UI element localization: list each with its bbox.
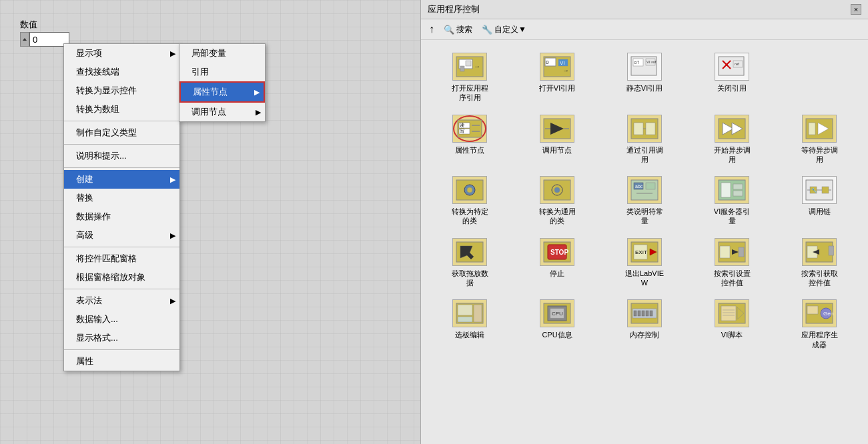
grid-item-vi-server[interactable]: VI服务器引 量 [690, 173, 774, 229]
open-vi-ref-icon: 0 VI → [540, 53, 574, 81]
vi-script-icon [715, 299, 749, 327]
grid-item-static-vi-ref[interactable]: c/f VI ref 静态VI引用 [602, 50, 687, 105]
sep5 [64, 289, 179, 289]
numeric-control: 数值 0 [20, 19, 69, 47]
svg-rect-57 [733, 191, 743, 196]
grid-item-open-app-ref[interactable]: → 打开应用程 序引用 [428, 50, 512, 105]
exit-labview-icon: EXIT [627, 238, 662, 266]
grid-item-drag-drop[interactable]: 获取拖放数 据 [428, 235, 512, 291]
submenu-reference[interactable]: 引用 [179, 63, 265, 81]
menu-description[interactable]: 说明和提示... [64, 147, 179, 165]
grid-item-index-set[interactable]: 按索引设置 控件值 [690, 235, 774, 291]
menu-to-display[interactable]: 转换为显示控件 [64, 81, 179, 100]
submenu-local-var[interactable]: 局部变量 [179, 44, 265, 63]
svg-marker-0 [23, 38, 27, 41]
right-panel: 应用程序控制 × ↑ 🔍 搜索 🔧 自定义▼ → [420, 0, 868, 444]
toolbar-search-button[interactable]: 🔍 搜索 [441, 23, 475, 37]
svg-rect-96 [721, 306, 736, 321]
panel-edit-label: 选板编辑 [455, 330, 484, 339]
grid-item-panel-edit[interactable]: 选板编辑 [428, 297, 512, 352]
static-vi-ref-label: 静态VI引用 [626, 83, 663, 93]
grid-item-wait-async[interactable]: 等待异步调 用 [777, 112, 861, 167]
svg-text:ref: ref [735, 62, 739, 66]
menu-advanced[interactable]: 高级 ▶ [64, 226, 179, 245]
grid-item-cast-generic[interactable]: 转换为通用 的类 [515, 173, 599, 229]
call-chain-label: 调用链 [809, 207, 831, 216]
submenu-invoke-node[interactable]: 调用节点 ▶ [179, 103, 265, 121]
numeric-decrement[interactable] [20, 32, 29, 47]
menu-make-custom[interactable]: 制作自定义类型 [64, 123, 179, 142]
grid-item-vi-script[interactable]: VI脚本 [690, 297, 774, 352]
grid-item-cast-specific[interactable]: 转换为特定 的类 [428, 173, 512, 229]
grid-item-call-by-ref[interactable]: 通过引用调 用 [602, 112, 687, 167]
menu-data-input[interactable]: 数据输入... [64, 310, 179, 329]
grid-item-exit-labview[interactable]: EXIT 退出LabVIE W [602, 235, 687, 291]
memory-ctrl-icon [627, 299, 662, 327]
svg-rect-41 [809, 123, 815, 135]
menu-find-terminal[interactable]: 查找接线端 [64, 63, 179, 81]
svg-rect-75 [739, 247, 744, 257]
menu-data-ops[interactable]: 数据操作 [64, 207, 179, 226]
vi-server-label: VI服务器引 量 [714, 207, 750, 226]
panel-close-button[interactable]: × [851, 4, 861, 15]
svg-point-45 [467, 187, 472, 193]
icon-grid: → 打开应用程 序引用 0 VI → 打开VI引用 [421, 40, 868, 362]
menu-show-items[interactable]: 显示项 ▶ [64, 44, 179, 63]
stop-icon: STOP [540, 238, 574, 266]
invoke-node-icon [540, 115, 574, 143]
svg-rect-82 [458, 317, 472, 322]
search-icon: 🔍 [444, 25, 454, 35]
svg-rect-93 [646, 311, 648, 316]
svg-rect-91 [638, 311, 640, 316]
svg-text:→: → [474, 63, 480, 70]
app-gen-label: 应用程序生 成器 [801, 330, 838, 349]
cpu-info-label: CPU信息 [542, 330, 572, 339]
svg-rect-83 [474, 305, 482, 322]
start-async-icon [715, 115, 749, 143]
menu-representation[interactable]: 表示法 ▶ [64, 291, 179, 310]
submenu-create: 局部变量 引用 属性节点 ▶ 调用节点 ▶ [179, 43, 266, 122]
property-node-label: 属性节点 [455, 145, 484, 155]
class-const-icon: abc [627, 176, 662, 204]
svg-text:VI ref: VI ref [646, 60, 657, 64]
grid-item-invoke-node[interactable]: 调用节点 [515, 112, 599, 167]
vi-script-label: VI脚本 [721, 330, 743, 339]
menu-create[interactable]: 创建 ▶ [64, 170, 179, 189]
svg-text:EXIT: EXIT [635, 249, 647, 255]
grid-item-property-node[interactable]: 读 写 属性节点 [428, 112, 512, 167]
svg-rect-102 [807, 306, 818, 314]
submenu-prop-node[interactable]: 属性节点 ▶ [179, 81, 265, 103]
menu-display-format[interactable]: 显示格式... [64, 329, 179, 347]
stop-label: 停止 [550, 269, 564, 278]
call-chain-icon: 🔧 [802, 176, 837, 204]
panel-toolbar: ↑ 🔍 搜索 🔧 自定义▼ [421, 19, 868, 40]
index-set-label: 按索引设置 控件值 [714, 269, 751, 288]
menu-properties[interactable]: 属性 [64, 352, 179, 371]
grid-item-index-get[interactable]: 按索引获取 控件值 [777, 235, 861, 291]
svg-rect-79 [829, 246, 834, 255]
toolbar-customize-button[interactable]: 🔧 自定义▼ [479, 23, 529, 37]
menu-to-array[interactable]: 转换为数组 [64, 100, 179, 119]
toolbar-back-button[interactable]: ↑ [426, 22, 437, 37]
svg-text:STOP: STOP [550, 249, 568, 256]
svg-rect-34 [634, 123, 643, 135]
panel-title: 应用程序控制 [428, 3, 480, 15]
menu-replace[interactable]: 替换 [64, 189, 179, 207]
index-get-label: 按索引获取 控件值 [801, 269, 838, 288]
grid-item-stop[interactable]: STOP 停止 [515, 235, 599, 291]
cpu-info-icon: CPU [540, 299, 574, 327]
svg-text:CPU: CPU [552, 311, 563, 317]
open-app-ref-label: 打开应用程 序引用 [452, 83, 488, 103]
menu-scale-obj[interactable]: 根据窗格缩放对象 [64, 268, 179, 287]
grid-item-close-ref[interactable]: ref 关闭引用 [690, 50, 774, 105]
cast-generic-icon [540, 176, 574, 204]
menu-fit-pane[interactable]: 将控件匹配窗格 [64, 249, 179, 268]
grid-item-start-async[interactable]: 开始异步调 用 [690, 112, 774, 167]
grid-item-class-const[interactable]: abc 类说明符常 量 [602, 173, 687, 229]
grid-item-call-chain[interactable]: 🔧 调用链 [777, 173, 861, 229]
index-get-icon [802, 238, 837, 266]
grid-item-app-gen[interactable]: Gen 应用程序生 成器 [777, 297, 861, 352]
grid-item-cpu-info[interactable]: CPU CPU信息 [515, 297, 599, 352]
grid-item-memory-ctrl[interactable]: 内存控制 [602, 297, 687, 352]
grid-item-open-vi-ref[interactable]: 0 VI → 打开VI引用 [515, 50, 599, 105]
